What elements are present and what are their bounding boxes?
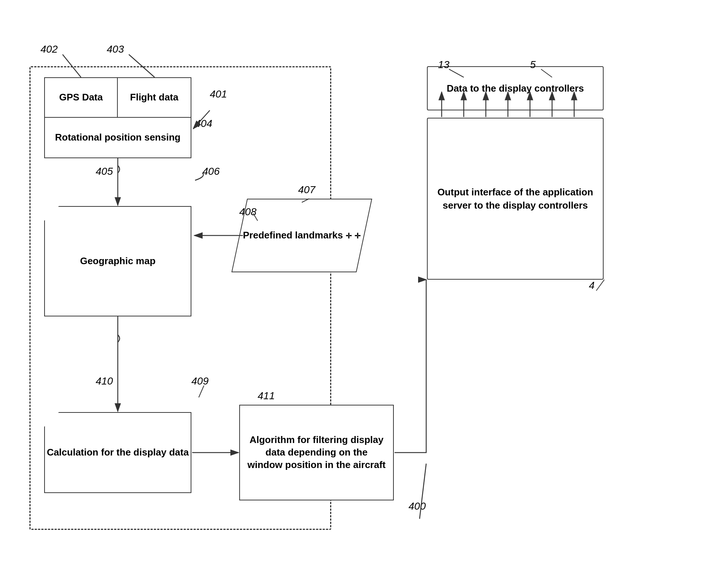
ref-407: 407 <box>298 184 315 196</box>
flight-data-box: Flight data <box>118 77 191 118</box>
ref-405: 405 <box>96 166 113 177</box>
ref-408: 408 <box>239 206 257 218</box>
diagram: GPS Data Flight data Rotational position… <box>22 22 707 559</box>
ref-401: 401 <box>210 88 227 100</box>
ref-402: 402 <box>40 43 58 55</box>
ref-410: 410 <box>96 375 113 387</box>
ref-409: 409 <box>191 375 209 387</box>
ref-4: 4 <box>589 280 595 291</box>
ref-403: 403 <box>107 43 124 55</box>
ref-5: 5 <box>530 59 536 71</box>
geo-map-box: Geographic map <box>44 206 191 316</box>
ref-13: 13 <box>438 59 449 71</box>
ref-400: 400 <box>409 500 426 512</box>
gps-data-box: GPS Data <box>44 77 118 118</box>
cross-icon-1: ✛ <box>346 231 352 241</box>
ref-411: 411 <box>258 390 275 402</box>
ref-404: 404 <box>195 118 212 130</box>
data-to-display-box: Data to the display controllers <box>427 66 604 110</box>
algorithm-box: Algorithm for filtering display data dep… <box>239 405 394 500</box>
ref-406: 406 <box>202 166 220 177</box>
output-interface-box: Output interface of the application serv… <box>427 118 604 280</box>
calculation-box: Calculation for the display data <box>44 412 191 493</box>
rotational-box: Rotational position sensing <box>44 118 191 158</box>
cross-icon-2: ✛ <box>354 231 361 241</box>
